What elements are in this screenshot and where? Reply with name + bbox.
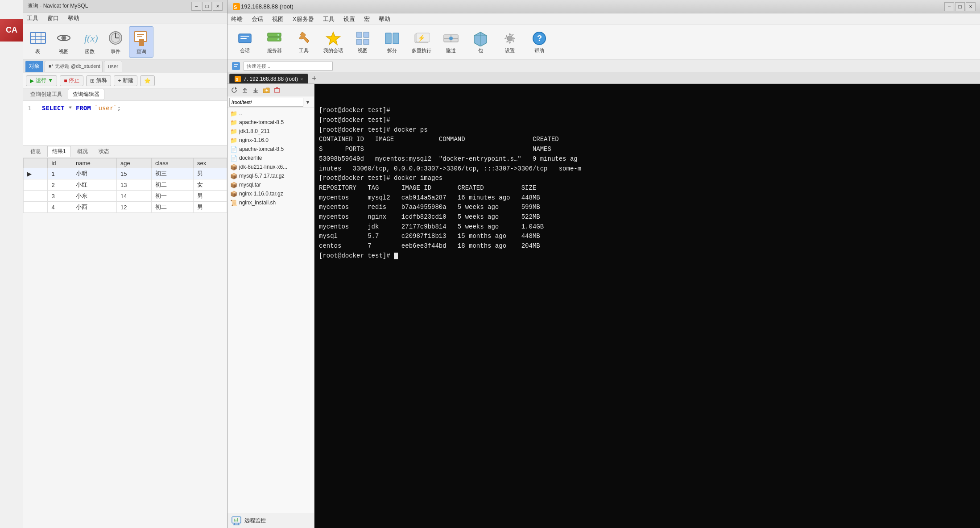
file-item-8[interactable]: 📦 nginx-1.16.0.tar.gz bbox=[227, 189, 314, 198]
scrt-tunnel-btn[interactable]: 隧道 bbox=[437, 27, 465, 58]
navicat-close-btn[interactable]: × bbox=[213, 2, 223, 11]
cell-name: 小西 bbox=[72, 202, 117, 213]
file-item-1[interactable]: 📁 jdk1.8.0_211 bbox=[227, 127, 314, 136]
file-icon-7: 📦 bbox=[230, 182, 237, 188]
subtab-query-editor[interactable]: 查询编辑器 bbox=[68, 89, 104, 100]
file-item-7[interactable]: 📦 mysql.tar bbox=[227, 180, 314, 189]
session-tab-1[interactable]: S 7. 192.168.88.88 (root) × bbox=[229, 74, 308, 83]
scrt-split-btn[interactable]: 拆分 bbox=[378, 27, 406, 58]
terminal-line: [root@docker test]# docker ps bbox=[319, 125, 976, 135]
session-tab-close[interactable]: × bbox=[300, 76, 303, 82]
toolbar-event-btn[interactable]: 事件 bbox=[103, 26, 128, 58]
file-item-5[interactable]: 📦 jdk-8u211-linux-x6... bbox=[227, 162, 314, 171]
file-item-2[interactable]: 📁 nginx-1.16.0 bbox=[227, 136, 314, 145]
menu-macro[interactable]: 宏 bbox=[364, 15, 370, 23]
menu-help[interactable]: 帮助 bbox=[68, 14, 79, 22]
tab-user[interactable]: user bbox=[104, 61, 122, 72]
menu-settings[interactable]: 设置 bbox=[343, 15, 355, 23]
toolbar-function-btn[interactable]: f(x) 函数 bbox=[77, 26, 102, 58]
result-tab-info[interactable]: 信息 bbox=[26, 146, 45, 157]
result-tab-overview[interactable]: 概况 bbox=[73, 146, 92, 157]
scrt-view-btn[interactable]: 视图 bbox=[349, 27, 376, 58]
view-icon bbox=[355, 30, 371, 46]
tunnel-icon bbox=[443, 30, 459, 46]
file-item-3[interactable]: 📄 apache-tomcat-8.5 bbox=[227, 145, 314, 154]
run-btn[interactable]: ▶ 运行 ▼ bbox=[26, 75, 57, 86]
menu-window[interactable]: 窗口 bbox=[47, 14, 59, 22]
securecrt-title: 192.168.88.88 (root) bbox=[241, 3, 294, 10]
menu-session[interactable]: 会话 bbox=[252, 15, 263, 23]
result-tab-status[interactable]: 状态 bbox=[94, 146, 114, 157]
file-newfolder-btn[interactable]: + bbox=[261, 86, 271, 95]
tab-object[interactable]: 对象 bbox=[25, 61, 43, 72]
stop-btn[interactable]: ■ 停止 bbox=[60, 75, 83, 86]
tab-query-untitled[interactable]: ■* 无标题 @db_student (ww) ... bbox=[45, 61, 103, 72]
menu-tools[interactable]: 工具 bbox=[323, 15, 335, 23]
menu-help[interactable]: 帮助 bbox=[379, 15, 390, 23]
file-item-9[interactable]: 📜 nginx_install.sh bbox=[227, 198, 314, 207]
navicat-minimize-btn[interactable]: − bbox=[191, 2, 201, 11]
query-editor[interactable]: 1 SELECT * FROM `user`; bbox=[23, 101, 227, 146]
toolbar-table-btn[interactable]: 表 bbox=[25, 26, 50, 58]
toolbar-query-btn[interactable]: 查询 bbox=[129, 26, 153, 58]
scrt-help-btn[interactable]: ? 帮助 bbox=[525, 27, 553, 58]
toolbar-view-btn[interactable]: 视图 bbox=[51, 26, 76, 58]
menu-view[interactable]: 视图 bbox=[272, 15, 284, 23]
terminal-line: [root@docker test]# docker images bbox=[319, 174, 976, 183]
scrt-session-btn[interactable]: 会话 bbox=[231, 27, 259, 58]
explain-btn[interactable]: ⊞ 解释 bbox=[86, 75, 111, 86]
menu-tools[interactable]: 工具 bbox=[27, 14, 38, 22]
cell-id: 1 bbox=[48, 168, 72, 179]
securecrt-logo-icon: S bbox=[232, 2, 241, 11]
svg-marker-50 bbox=[235, 87, 237, 90]
scrt-tools-btn[interactable]: 工具 bbox=[290, 27, 318, 58]
svg-text:S: S bbox=[236, 77, 238, 82]
result-tab-data[interactable]: 结果1 bbox=[47, 146, 71, 157]
table-row[interactable]: 4 小西 12 初二 男 bbox=[24, 202, 227, 213]
file-item-0[interactable]: 📁 apache-tomcat-8.5 bbox=[227, 118, 314, 127]
svg-rect-29 bbox=[356, 39, 362, 45]
remote-monitor-btn[interactable]: 远程监控 bbox=[227, 513, 314, 528]
cell-age: 13 bbox=[116, 179, 151, 191]
svg-rect-14 bbox=[139, 39, 144, 46]
scrt-maximize-btn[interactable]: □ bbox=[955, 2, 965, 11]
file-item-6[interactable]: 📦 mysql-5.7.17.tar.gz bbox=[227, 171, 314, 180]
svg-point-39 bbox=[449, 37, 453, 40]
scrt-server-btn[interactable]: 服务器 bbox=[261, 27, 288, 58]
star-btn[interactable]: ⭐ bbox=[140, 75, 155, 86]
path-input[interactable] bbox=[229, 98, 303, 107]
scrt-package-btn[interactable]: 包 bbox=[467, 27, 494, 58]
session-search-input[interactable] bbox=[244, 62, 333, 71]
row-indicator: ▶ bbox=[24, 168, 48, 179]
add-tab-btn[interactable]: + bbox=[310, 74, 319, 83]
new-btn[interactable]: + 新建 bbox=[114, 75, 137, 86]
cell-name: 小明 bbox=[72, 168, 117, 179]
terminal[interactable]: [root@docker test]#[root@docker test]#[r… bbox=[314, 84, 980, 528]
file-refresh-btn[interactable] bbox=[229, 86, 239, 95]
server-icon bbox=[266, 30, 282, 46]
table-row[interactable]: 3 小东 14 初一 男 bbox=[24, 191, 227, 202]
file-item-4[interactable]: 📄 dockerfile bbox=[227, 154, 314, 162]
svg-rect-31 bbox=[385, 33, 391, 44]
row-indicator bbox=[24, 191, 48, 202]
subtab-query-builder[interactable]: 查询创建工具 bbox=[26, 89, 67, 100]
file-icon-8: 📦 bbox=[230, 191, 237, 197]
file-download-btn[interactable] bbox=[251, 86, 261, 95]
file-upload-btn[interactable] bbox=[240, 86, 250, 95]
file-item-parent[interactable]: 📁 .. bbox=[227, 109, 314, 118]
path-go-btn[interactable]: ▼ bbox=[303, 98, 312, 107]
terminal-line: CONTAINER ID IMAGE COMMAND CREATED bbox=[319, 135, 976, 145]
svg-rect-30 bbox=[364, 39, 369, 45]
menu-terminal[interactable]: 终端 bbox=[231, 15, 243, 23]
navicat-maximize-btn[interactable]: □ bbox=[202, 2, 212, 11]
menu-xserver[interactable]: X服务器 bbox=[293, 15, 314, 23]
scrt-multiexec-btn[interactable]: ⚡ 多重执行 bbox=[408, 27, 435, 58]
scrt-settings-btn[interactable]: 设置 bbox=[496, 27, 524, 58]
table-row[interactable]: 2 小红 13 初二 女 bbox=[24, 179, 227, 191]
table-row[interactable]: ▶ 1 小明 15 初三 男 bbox=[24, 168, 227, 179]
scrt-close-btn[interactable]: × bbox=[966, 2, 976, 11]
scrt-mysession-btn[interactable]: 我的会话 bbox=[319, 27, 347, 58]
file-delete-btn[interactable] bbox=[272, 86, 282, 95]
securecrt-toolbar: 会话 服务器 工具 bbox=[227, 25, 980, 60]
scrt-minimize-btn[interactable]: − bbox=[944, 2, 954, 11]
